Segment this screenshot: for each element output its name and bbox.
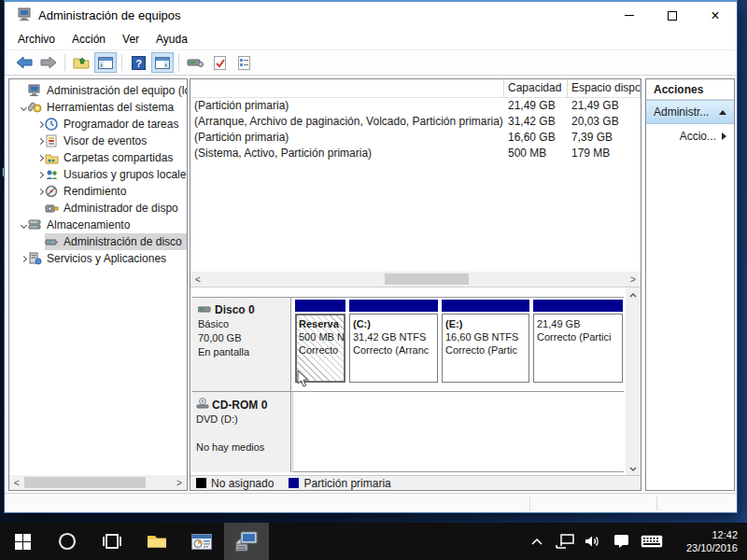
actions-group-disk-management[interactable]: Administr... — [646, 100, 734, 124]
computer-icon — [28, 84, 43, 97]
tree-item-task-scheduler[interactable]: Programador de tareas — [9, 116, 187, 133]
scroll-left-icon[interactable]: < — [190, 272, 205, 287]
actions-more-actions[interactable]: Accio... — [646, 124, 734, 148]
column-header-capacity[interactable]: Capacidad — [504, 79, 568, 97]
disk-view-icon[interactable] — [184, 52, 206, 73]
storage-icon — [28, 218, 43, 231]
scroll-up-icon[interactable] — [626, 287, 641, 302]
partition-e[interactable]: (E:) 16,60 GB NTFS Correcto (Partic — [441, 300, 530, 387]
volume-icon[interactable] — [579, 523, 607, 560]
minimize-icon — [625, 15, 634, 16]
properties-check-icon[interactable] — [208, 52, 231, 73]
partition-unlettered[interactable]: 21,49 GB Correcto (Partici — [532, 300, 624, 387]
tree-item-computer-management-root[interactable]: Administración del equipo (loc — [9, 82, 187, 99]
start-icon[interactable] — [0, 523, 45, 560]
minimize-button[interactable] — [608, 2, 651, 29]
scroll-down-icon[interactable] — [626, 461, 641, 475]
disk-graphic-view: Disco 0 Básico 70,00 GB En pantalla Rese… — [190, 287, 641, 475]
partition-c[interactable]: (C:) 31,42 GB NTFS Correcto (Arranc — [348, 300, 439, 387]
network-icon[interactable] — [551, 523, 579, 560]
volume-row[interactable]: (Partición primaria) 16,60 GB 7,39 GB — [190, 130, 641, 146]
chevron-right-icon[interactable] — [36, 188, 43, 194]
task-view-icon[interactable] — [90, 523, 134, 560]
volume-row[interactable]: (Partición primaria) 21,49 GB 21,49 GB — [190, 98, 641, 114]
action-pane-toggle-icon[interactable] — [151, 52, 174, 73]
chevron-right-icon[interactable] — [36, 137, 43, 144]
desktop: E Administración de equipos × Archivo Ac… — [0, 0, 747, 560]
tree-item-storage[interactable]: Almacenamiento — [9, 217, 187, 233]
tree-item-device-manager[interactable]: Administrador de dispo — [9, 200, 187, 217]
graphic-vertical-scrollbar[interactable] — [626, 287, 641, 475]
tree-item-shared-folders[interactable]: Carpetas compartidas — [9, 149, 187, 166]
scrollbar-thumb[interactable] — [385, 273, 469, 285]
collapse-icon[interactable] — [719, 110, 726, 115]
tree-item-local-users-groups[interactable]: Usuarios y grupos locale — [9, 166, 187, 183]
list-horizontal-scrollbar[interactable]: < > — [190, 272, 641, 287]
cdrom-icon — [196, 398, 209, 413]
partition-area: Reserva 500 MB N Correcto (C:) 31,42 GB … — [292, 298, 624, 391]
volume-row[interactable]: (Arranque, Archivo de paginación, Volcad… — [190, 114, 641, 130]
legend-unallocated: No asignado — [196, 477, 274, 490]
file-explorer-icon[interactable] — [134, 523, 179, 560]
computer-management-window: Administración de equipos × Archivo Acci… — [4, 0, 738, 513]
tree-item-system-tools[interactable]: Herramientas del sistema — [9, 99, 187, 116]
chevron-right-icon[interactable] — [36, 120, 43, 127]
submenu-arrow-icon[interactable] — [722, 133, 726, 140]
disk0-status: En pantalla — [198, 345, 285, 359]
menu-ayuda[interactable]: Ayuda — [148, 30, 196, 49]
close-button[interactable]: × — [694, 2, 737, 29]
primary-partition-swatch — [289, 478, 299, 488]
tree-item-disk-management[interactable]: Administración de disco — [9, 233, 187, 250]
users-icon — [45, 168, 60, 181]
disk-management-icon — [45, 235, 60, 248]
help-icon[interactable]: ? — [127, 52, 149, 73]
notification-icon[interactable] — [607, 523, 635, 560]
partition-color-stripe — [349, 300, 438, 312]
chevron-down-icon[interactable] — [20, 104, 26, 110]
scroll-right-icon[interactable]: > — [626, 272, 641, 287]
system-app-icon[interactable] — [179, 523, 224, 560]
menu-archivo[interactable]: Archivo — [9, 30, 63, 49]
console-tree-pane: Administración del equipo (loc Herramien… — [8, 78, 188, 491]
scroll-right-icon[interactable]: > — [172, 475, 187, 490]
search-icon[interactable] — [45, 523, 90, 560]
tree-item-performance[interactable]: Rendimiento — [9, 183, 187, 200]
chevron-right-icon[interactable] — [36, 171, 43, 177]
tree-item-event-viewer[interactable]: Visor de eventos — [9, 133, 187, 149]
volume-row[interactable]: (Sistema, Activo, Partición primaria) 50… — [190, 146, 641, 161]
column-header-status[interactable] — [190, 79, 504, 97]
cdrom-empty-area[interactable] — [292, 392, 624, 472]
title-bar: Administración de equipos × — [5, 2, 737, 29]
keyboard-icon[interactable] — [635, 523, 669, 560]
maximize-button[interactable] — [651, 2, 694, 29]
forward-icon[interactable] — [37, 52, 60, 73]
mouse-cursor — [297, 370, 310, 392]
task-scheduler-icon — [45, 118, 60, 131]
event-viewer-icon — [45, 134, 60, 147]
chevron-right-icon[interactable] — [36, 154, 43, 161]
computer-management-taskbar-icon[interactable] — [224, 523, 269, 560]
disk0-row: Disco 0 Básico 70,00 GB En pantalla Rese… — [192, 297, 624, 392]
menu-accion[interactable]: Acción — [63, 30, 114, 49]
disk0-type: Básico — [198, 317, 285, 331]
toolbar-separator — [178, 54, 179, 71]
disk0-header[interactable]: Disco 0 Básico 70,00 GB En pantalla — [192, 298, 291, 391]
back-icon[interactable] — [13, 52, 35, 73]
export-list-icon[interactable] — [233, 52, 255, 73]
cdrom-header[interactable]: CD-ROM 0 DVD (D:) No hay medios — [192, 392, 291, 472]
window-title: Administración de equipos — [38, 8, 608, 22]
tree-item-services-applications[interactable]: Servicios y Aplicaciones — [9, 250, 187, 267]
up-level-icon[interactable] — [70, 52, 92, 73]
console-tree-toggle-icon[interactable] — [94, 52, 117, 73]
scroll-left-icon[interactable]: < — [9, 475, 24, 490]
taskbar-clock[interactable]: 12:42 23/10/2016 — [669, 528, 747, 554]
column-header-free-space[interactable]: Espacio dispo — [568, 79, 641, 97]
tree-horizontal-scrollbar[interactable]: < > — [9, 475, 187, 490]
menu-ver[interactable]: Ver — [114, 30, 148, 49]
disk-management-pane: Capacidad Espacio dispo (Partición prima… — [190, 78, 641, 491]
chevron-right-icon[interactable] — [20, 255, 26, 261]
chevron-up-icon[interactable] — [523, 523, 551, 560]
chevron-down-icon[interactable] — [20, 221, 26, 228]
legend-primary-partition: Partición primaria — [289, 477, 390, 490]
scrollbar-thumb[interactable] — [24, 477, 146, 488]
